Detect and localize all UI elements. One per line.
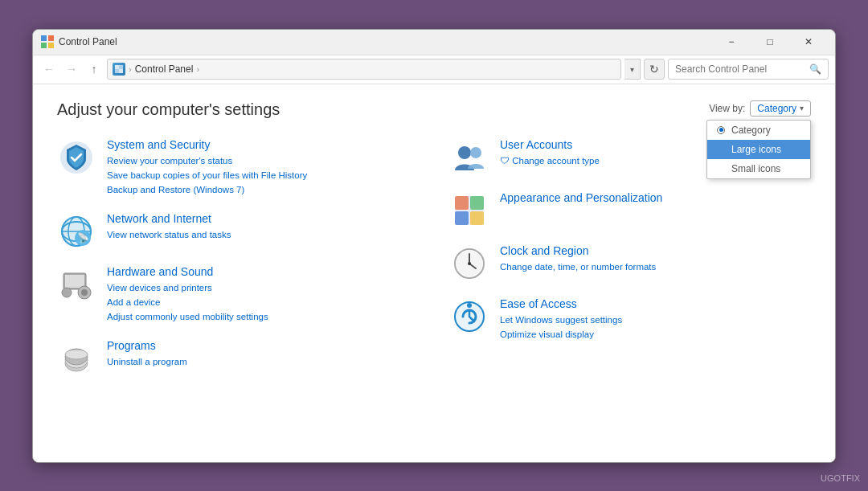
forward-button[interactable]: →	[62, 59, 81, 79]
dropdown-arrow-icon: ▾	[800, 104, 804, 113]
svg-rect-1	[48, 35, 54, 41]
system-security-title[interactable]: System and Security	[107, 138, 418, 151]
network-internet-icon: 📡	[57, 212, 96, 251]
page-header: Adjust your computer's settings View by:…	[57, 100, 811, 119]
svg-point-26	[470, 147, 481, 158]
category-ease-access: Ease of Access Let Windows suggest setti…	[450, 297, 811, 342]
maximize-button[interactable]: □	[751, 29, 788, 55]
close-button[interactable]: ✕	[790, 29, 827, 55]
minimize-button[interactable]: −	[713, 29, 750, 55]
svg-rect-5	[119, 65, 123, 69]
search-icon: 🔍	[809, 63, 821, 75]
clock-region-text: Clock and Region Change date, time, or n…	[500, 244, 811, 274]
category-hardware-sound: Hardware and Sound View devices and prin…	[57, 265, 418, 325]
svg-point-20	[62, 288, 72, 297]
address-path[interactable]: › Control Panel ›	[107, 59, 621, 80]
programs-link-1[interactable]: Uninstall a program	[107, 354, 418, 369]
search-box[interactable]: 🔍	[668, 59, 829, 80]
watermark: UGOTFIX	[821, 473, 860, 483]
svg-rect-3	[48, 43, 54, 48]
categories-grid: System and Security Review your computer…	[57, 138, 811, 378]
radio-large	[717, 145, 725, 153]
path-icon	[113, 63, 125, 76]
svg-rect-30	[455, 211, 469, 225]
view-by-label: View by:	[709, 103, 745, 114]
svg-text:📡: 📡	[77, 231, 89, 243]
programs-title[interactable]: Programs	[107, 339, 418, 352]
title-bar: Control Panel − □ ✕	[33, 30, 835, 55]
view-by-value: Category	[757, 103, 796, 114]
user-accounts-icon	[450, 138, 489, 177]
address-dropdown[interactable]: ▾	[624, 59, 641, 80]
hardware-sound-icon	[57, 265, 96, 304]
svg-point-24	[65, 350, 88, 359]
category-network-internet: 📡 Network and Internet View network stat…	[57, 212, 418, 251]
ease-access-text: Ease of Access Let Windows suggest setti…	[500, 297, 811, 342]
refresh-button[interactable]: ↻	[644, 59, 665, 80]
hardware-sound-link-1[interactable]: View devices and printers	[107, 280, 418, 295]
ease-access-icon	[450, 297, 489, 336]
network-internet-title[interactable]: Network and Internet	[107, 212, 418, 225]
dropdown-item-large-icons[interactable]: Large icons	[707, 140, 810, 159]
window-title: Control Panel	[59, 36, 713, 47]
system-security-link-1[interactable]: Review your computer's status	[107, 153, 418, 168]
appearance-text: Appearance and Personalization	[500, 191, 811, 207]
network-internet-text: Network and Internet View network status…	[107, 212, 418, 242]
window-controls: − □ ✕	[713, 29, 827, 55]
svg-point-19	[81, 289, 88, 296]
svg-rect-6	[115, 69, 119, 73]
view-dropdown-menu: Category Large icons Small icons	[706, 120, 811, 179]
svg-point-36	[468, 262, 471, 265]
view-by-control: View by: Category ▾ Category Large icons	[709, 100, 811, 117]
svg-rect-29	[470, 196, 484, 210]
main-window: Control Panel − □ ✕ ← → ↑ › Control Pane…	[32, 29, 836, 463]
view-by-dropdown[interactable]: Category ▾	[750, 100, 811, 117]
category-system-security: System and Security Review your computer…	[57, 138, 418, 198]
svg-rect-31	[470, 211, 484, 225]
left-categories: System and Security Review your computer…	[57, 138, 418, 378]
svg-rect-7	[119, 69, 123, 73]
category-clock-region: Clock and Region Change date, time, or n…	[450, 244, 811, 283]
large-icons-label: Large icons	[731, 144, 781, 155]
programs-text: Programs Uninstall a program	[107, 339, 418, 369]
dropdown-item-small-icons[interactable]: Small icons	[707, 159, 810, 178]
clock-region-icon	[450, 244, 489, 283]
hardware-sound-title[interactable]: Hardware and Sound	[107, 265, 418, 278]
radio-category	[717, 126, 725, 134]
system-security-link-2[interactable]: Save backup copies of your files with Fi…	[107, 168, 418, 182]
appearance-title[interactable]: Appearance and Personalization	[500, 191, 811, 204]
category-programs: Programs Uninstall a program	[57, 339, 418, 378]
search-input[interactable]	[675, 63, 806, 75]
clock-region-title[interactable]: Clock and Region	[500, 244, 811, 257]
svg-rect-28	[455, 196, 469, 210]
svg-rect-4	[115, 65, 119, 69]
network-internet-link-1[interactable]: View network status and tasks	[107, 227, 418, 242]
clock-region-link-1[interactable]: Change date, time, or number formats	[500, 260, 811, 274]
category-appearance: Appearance and Personalization	[450, 191, 811, 230]
svg-point-39	[467, 303, 472, 308]
ease-access-link-2[interactable]: Optimize visual display	[500, 327, 811, 342]
appearance-icon	[450, 191, 489, 230]
system-security-text: System and Security Review your computer…	[107, 138, 418, 198]
hardware-sound-link-2[interactable]: Add a device	[107, 295, 418, 309]
radio-small	[717, 165, 725, 173]
hardware-sound-text: Hardware and Sound View devices and prin…	[107, 265, 418, 325]
system-security-link-3[interactable]: Backup and Restore (Windows 7)	[107, 182, 418, 197]
programs-icon	[57, 339, 96, 378]
svg-rect-2	[41, 43, 47, 48]
path-separator-2: ›	[196, 64, 199, 74]
category-label: Category	[731, 125, 771, 136]
up-button[interactable]: ↑	[84, 59, 104, 79]
back-button[interactable]: ←	[39, 59, 59, 79]
ease-access-title[interactable]: Ease of Access	[500, 297, 811, 310]
hardware-sound-link-3[interactable]: Adjust commonly used mobility settings	[107, 309, 418, 324]
ease-access-link-1[interactable]: Let Windows suggest settings	[500, 313, 811, 327]
path-separator: ›	[129, 64, 132, 74]
address-bar: ← → ↑ › Control Panel › ▾ ↻ 🔍	[33, 55, 835, 84]
path-control-panel[interactable]: Control Panel	[135, 63, 194, 75]
dropdown-item-category[interactable]: Category	[707, 121, 810, 140]
page-title: Adjust your computer's settings	[57, 100, 280, 119]
svg-rect-0	[41, 35, 47, 41]
svg-rect-17	[65, 275, 84, 288]
small-icons-label: Small icons	[731, 163, 780, 174]
